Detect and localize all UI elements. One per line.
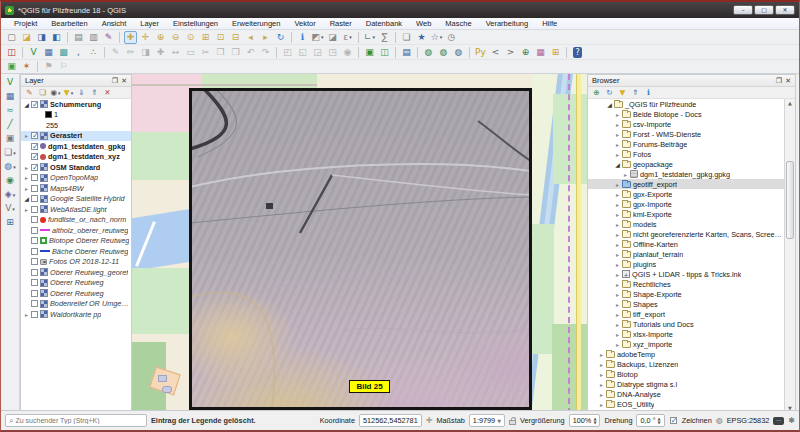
zoom-in-button[interactable]: ⊕ [154, 31, 167, 44]
browser-item[interactable]: ◢_QGIS für Pilzfreunde [588, 99, 784, 109]
map-tips-button[interactable]: ❏ [400, 31, 413, 44]
zoom-last-button[interactable]: ◂ [244, 31, 257, 44]
menu-ansicht[interactable]: Ansicht [95, 19, 134, 28]
tree-expander-icon[interactable]: ▸ [614, 191, 621, 198]
browser-item[interactable]: ▸kml-Exporte [588, 209, 784, 219]
layer-visibility-checkbox[interactable] [31, 269, 38, 276]
open-layer-styling-button[interactable]: ✎ [24, 87, 35, 98]
menu-einstellungen[interactable]: Einstellungen [166, 19, 225, 28]
browser-item[interactable]: ▸Biotop [588, 369, 784, 379]
data-source-manager-button[interactable]: ◫ [5, 46, 18, 59]
browser-item[interactable]: ▸xyz_importe [588, 339, 784, 349]
collapse-all-button[interactable]: ⇑ [89, 87, 100, 98]
browser-item[interactable]: ▸models [588, 219, 784, 229]
add-point-cloud-layer-button[interactable]: ∴ [87, 46, 100, 59]
select-features-button[interactable]: ◩▾ [311, 31, 324, 44]
tree-expander-icon[interactable]: ▸ [614, 211, 621, 218]
layer-visibility-checkbox[interactable] [31, 258, 38, 265]
tree-expander-icon[interactable]: ▸ [614, 131, 621, 138]
spinner-arrows-icon[interactable]: ▲▼ [658, 417, 661, 424]
browser-item[interactable]: ▸Forst - WMS-Dienste [588, 129, 784, 139]
layer-item[interactable]: dgm1_testdaten_gpkg [21, 141, 131, 152]
enable-properties-button[interactable]: ℹ [643, 87, 654, 98]
help-button[interactable]: ? [571, 46, 584, 59]
plugin-globe-button[interactable]: ⊕ [519, 46, 532, 59]
layer-visibility-checkbox[interactable] [31, 279, 38, 286]
layer-item[interactable]: ▸Maps4BW [21, 183, 131, 194]
scroll-up-icon[interactable]: ▲ [785, 99, 795, 108]
browser-item[interactable]: ▸Fotos [588, 149, 784, 159]
layer-item[interactable]: ▸Waldortkarte pp [21, 309, 131, 320]
tree-expander-icon[interactable]: ▸ [598, 351, 605, 358]
style-manager-button[interactable]: ✎ [102, 31, 115, 44]
browser-item[interactable]: ▸csv-Importe [588, 119, 784, 129]
new-virtual-layer-button[interactable]: V▾ [4, 202, 17, 215]
refresh-map-button[interactable]: ↻ [274, 31, 287, 44]
tree-expander-icon[interactable]: ▸ [614, 331, 621, 338]
layer-item[interactable]: ▸WebAtlasDE.light [21, 204, 131, 215]
browser-item[interactable]: ▸Shape-Exporte [588, 289, 784, 299]
tree-expander-icon[interactable]: ◢ [606, 101, 613, 108]
browser-item[interactable]: ▸Beide Biotope - Docs [588, 109, 784, 119]
layer-visibility-checkbox[interactable] [31, 311, 38, 318]
browser-item[interactable]: ▸geotiff_export [588, 179, 784, 189]
menu-erweiterungen[interactable]: Erweiterungen [225, 19, 287, 28]
log-icon[interactable]: ✱ [788, 416, 795, 425]
layer-item[interactable]: Bäche Oberer Reutweg [21, 246, 131, 257]
tree-expander-icon[interactable]: ▸ [614, 241, 621, 248]
layout-manager-button[interactable]: ▥ [87, 31, 100, 44]
tree-expander-icon[interactable]: ▸ [598, 371, 605, 378]
layer-item[interactable]: ◢Schummerung [21, 99, 131, 110]
rotation-spinbox[interactable]: 0,0 ° ▲▼ [636, 414, 664, 427]
zoom-native-button[interactable]: ⊙ [184, 31, 197, 44]
layer-visibility-checkbox[interactable] [31, 185, 38, 192]
quickosm-button[interactable]: ▣ [5, 60, 18, 73]
layer-item[interactable]: Oberer Reutweg_georef [21, 267, 131, 278]
map-canvas[interactable]: Bild 25 [132, 74, 587, 414]
xml-export-tool-button[interactable]: > [504, 46, 517, 59]
spinner-arrows-icon[interactable]: ▲▼ [593, 417, 596, 424]
browser-scrollbar[interactable]: ▲ ▼ [784, 99, 795, 413]
collapse-all-browser-button[interactable]: ⇑ [630, 87, 641, 98]
tree-expander-icon[interactable]: ▸ [23, 132, 30, 139]
crs-status[interactable]: EPSG:25832 [727, 416, 770, 425]
tree-expander-icon[interactable]: ▸ [614, 231, 621, 238]
menu-web[interactable]: Web [409, 19, 438, 28]
browser-item[interactable]: ▸gpx-Exporte [588, 189, 784, 199]
xml-import-tool-button[interactable]: < [489, 46, 502, 59]
tree-expander-icon[interactable]: ▸ [23, 174, 30, 181]
osm-upload-button[interactable]: ◫ [378, 46, 391, 59]
temporal-controller-button[interactable]: ◷ [445, 31, 458, 44]
menu-masche[interactable]: Masche [438, 19, 478, 28]
save-project-as-button[interactable]: ◧ [50, 31, 63, 44]
tree-expander-icon[interactable]: ▸ [598, 401, 605, 408]
remove-layer-button[interactable]: ✕ [102, 87, 113, 98]
search-input[interactable] [15, 417, 143, 424]
filter-browser-button[interactable]: ▼ [617, 87, 628, 98]
layer-visibility-checkbox[interactable] [31, 195, 38, 202]
layer-visibility-checkbox[interactable] [31, 216, 38, 223]
new-raster-layer-button[interactable]: ▦ [4, 90, 17, 103]
add-grid-layer-button[interactable]: ⊞ [4, 216, 17, 229]
tree-expander-icon[interactable]: ▸ [614, 251, 621, 258]
tree-expander-icon[interactable]: ▸ [23, 164, 30, 171]
browser-item[interactable]: ▸+QGIS + LIDAR - tipps & Tricks.lnk [588, 269, 784, 279]
magnifier-spinbox[interactable]: 100% ▲▼ [569, 414, 601, 427]
tree-expander-icon[interactable]: ◢ [614, 161, 621, 168]
layer-item[interactable]: altholz_oberer_reutweg [21, 225, 131, 236]
select-by-expression-button[interactable]: ε▾ [341, 31, 354, 44]
layer-item[interactable]: fundliste_or_nach_norm [21, 215, 131, 226]
tree-expander-icon[interactable]: ◢ [23, 195, 30, 202]
new-line-layer-button[interactable]: ╱ [4, 118, 17, 131]
layer-item[interactable]: Oberer Reutweg [21, 288, 131, 299]
add-raster-image-button[interactable]: ▣ [4, 132, 17, 145]
new-project-button[interactable]: ▢ [5, 31, 18, 44]
layer-item[interactable]: Fotos OR 2018-12-11 [21, 257, 131, 268]
menu-datenbank[interactable]: Datenbank [359, 19, 409, 28]
float-panel-icon[interactable]: ❐ [776, 77, 782, 85]
layer-item[interactable]: Oberer Reutweg [21, 278, 131, 289]
tree-expander-icon[interactable]: ▸ [614, 311, 621, 318]
tree-expander-icon[interactable]: ▸ [614, 111, 621, 118]
measure-button[interactable]: ∟▾ [363, 31, 376, 44]
tree-expander-icon[interactable]: ▸ [614, 221, 621, 228]
